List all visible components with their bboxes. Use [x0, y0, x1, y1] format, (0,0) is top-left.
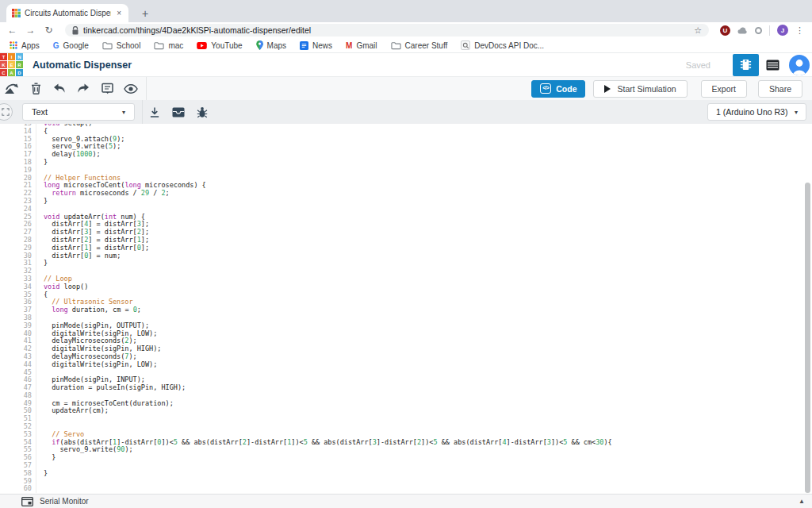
maps-pin-icon: [256, 40, 263, 50]
code-mode-label: Text: [32, 107, 48, 117]
rotate-button[interactable]: [0, 77, 24, 101]
reload-icon[interactable]: ↻: [40, 25, 58, 36]
bookmark-gmail[interactable]: M Gmail: [346, 41, 377, 50]
toolbar-divider: [146, 77, 147, 101]
bookmark-devdocs[interactable]: DevDocs API Doc...: [461, 40, 544, 50]
board-selector[interactable]: 1 (Arduino Uno R3) ▾: [707, 103, 806, 121]
code-line[interactable]: return microseconds / 29 / 2;: [44, 190, 612, 198]
code-line[interactable]: [44, 485, 612, 493]
extension-circle-icon[interactable]: [755, 27, 762, 34]
code-line[interactable]: {: [44, 128, 612, 136]
serial-monitor-bar[interactable]: Serial Monitor ▲: [0, 494, 812, 508]
undo-icon: [53, 83, 66, 94]
bookmark-label: DevDocs API Doc...: [474, 41, 544, 50]
code-line[interactable]: servo_9.attach(9);: [44, 136, 612, 144]
code-line[interactable]: cm = microsecToCent(duration);: [44, 400, 612, 408]
folder-icon: [154, 41, 164, 50]
header-actions: Saved: [686, 53, 812, 76]
logo-tile: I: [8, 53, 15, 60]
start-simulation-label: Start Simulation: [617, 84, 676, 94]
code-line[interactable]: updateArr(cm);: [44, 407, 612, 415]
bookmark-label: Career Stuff: [405, 41, 448, 50]
visibility-button[interactable]: [119, 77, 143, 101]
components-panel-button[interactable]: [733, 54, 759, 76]
user-avatar[interactable]: [789, 55, 810, 75]
bookmark-star-icon[interactable]: ☆: [694, 25, 702, 36]
notes-button[interactable]: [95, 77, 119, 101]
line-number-gutter: 1314151617181920212223242526272829303132…: [0, 124, 36, 493]
code-line[interactable]: duration = pulseIn(sigPin, HIGH);: [44, 384, 612, 392]
bookmark-label: mac: [168, 41, 183, 50]
code-content[interactable]: void setup(){ servo_9.attach(9); servo_9…: [44, 124, 612, 493]
bookmark-maps[interactable]: Maps: [256, 40, 286, 50]
code-line[interactable]: [44, 423, 612, 431]
code-line[interactable]: [44, 462, 612, 470]
apps-icon: [10, 41, 17, 49]
app-header: TINKERCAD Automatic Dispenser Saved: [0, 53, 812, 76]
code-line[interactable]: void loop(): [44, 283, 612, 291]
tab-title: Circuits Automatic Dispenser |: [25, 9, 111, 17]
code-line[interactable]: [44, 415, 612, 423]
back-icon[interactable]: ←: [3, 25, 21, 36]
code-editor[interactable]: 1314151617181920212223242526272829303132…: [0, 124, 812, 494]
forward-icon[interactable]: →: [21, 25, 40, 36]
bookmark-news[interactable]: News: [300, 41, 332, 50]
code-line[interactable]: // Loop: [44, 275, 612, 283]
url-bar[interactable]: tinkercad.com/things/4Dae2kKlSPi-automat…: [65, 24, 709, 37]
delete-button[interactable]: [24, 77, 48, 101]
share-button[interactable]: Share: [758, 80, 802, 98]
edit-toolbar: </> Code Start Simulation Export Share: [0, 76, 812, 100]
new-tab-button[interactable]: +: [135, 4, 155, 22]
editor-scrollbar[interactable]: [805, 183, 810, 493]
bookmark-apps[interactable]: Apps: [10, 41, 40, 50]
browser-tab[interactable]: Circuits Automatic Dispenser | ×: [6, 4, 128, 22]
code-line[interactable]: }: [44, 454, 612, 462]
download-code-button[interactable]: [143, 106, 167, 118]
code-line[interactable]: servo_9.write(5);: [44, 143, 612, 151]
save-status: Saved: [686, 60, 710, 70]
code-line[interactable]: [44, 267, 612, 275]
extension-ublock-icon[interactable]: U: [720, 25, 730, 36]
code-line[interactable]: }: [44, 159, 612, 167]
bug-icon: [197, 106, 208, 118]
browser-menu-icon[interactable]: ⋮: [795, 25, 804, 36]
library-button[interactable]: [167, 107, 190, 117]
bookmark-career-stuff[interactable]: Career Stuff: [391, 41, 448, 50]
code-line[interactable]: [44, 167, 612, 175]
start-simulation-button[interactable]: Start Simulation: [593, 80, 687, 98]
code-line[interactable]: delay(1000);: [44, 151, 612, 159]
code-line[interactable]: }: [44, 198, 612, 206]
logo-tile: N: [16, 53, 23, 60]
code-line[interactable]: [44, 478, 612, 486]
screen: Circuits Automatic Dispenser | × + ← → ↻…: [0, 0, 812, 508]
expand-caret-icon[interactable]: ▲: [799, 498, 805, 505]
serial-monitor-icon: [21, 497, 33, 506]
bookmark-school[interactable]: School: [102, 41, 141, 50]
profile-avatar[interactable]: J: [777, 25, 788, 36]
redo-button[interactable]: [71, 77, 95, 101]
export-button[interactable]: Export: [701, 80, 747, 98]
debug-button[interactable]: [190, 106, 214, 118]
code-panel-toolbar: Text ▾ 1 (Arduino Uno R3) ▾: [0, 100, 812, 124]
code-line[interactable]: long duration, cm = 0;: [44, 306, 612, 314]
tab-favicon-icon: [12, 6, 21, 21]
list-view-button[interactable]: [762, 54, 783, 76]
code-line[interactable]: distArr[0] = num;: [44, 252, 612, 260]
bookmark-google[interactable]: G Google: [53, 41, 89, 50]
undo-button[interactable]: [48, 77, 71, 101]
code-line[interactable]: servo_9.write(90);: [44, 446, 612, 454]
code-button[interactable]: </> Code: [531, 80, 585, 98]
annotation-icon: [102, 83, 113, 95]
code-mode-selector[interactable]: Text ▾: [22, 103, 135, 121]
code-line[interactable]: }: [44, 260, 612, 267]
extension-cloud-icon[interactable]: [737, 27, 748, 34]
tab-close-icon[interactable]: ×: [115, 9, 123, 17]
code-line[interactable]: digitalWrite(sigPin, LOW);: [44, 361, 612, 369]
bookmark-mac[interactable]: mac: [154, 41, 183, 50]
bookmark-youtube[interactable]: YouTube: [197, 41, 242, 50]
code-line[interactable]: distArr[1] = distArr[0];: [44, 244, 612, 252]
tinkercad-logo[interactable]: TINKERCAD: [0, 53, 23, 76]
expand-panel-button[interactable]: [0, 103, 13, 121]
code-line[interactable]: }: [44, 470, 612, 478]
folder-icon: [391, 41, 401, 50]
